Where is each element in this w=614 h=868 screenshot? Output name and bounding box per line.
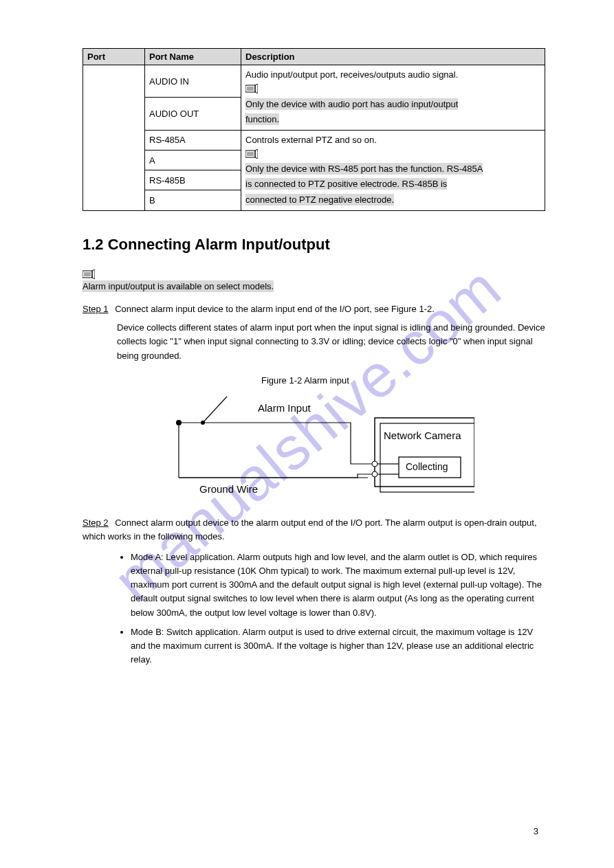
rs485-note-hl3: connected to PTZ negative electrode. [245, 194, 394, 205]
audio-note-hl2: function. [245, 113, 279, 125]
cell-audio-desc: Audio input/output port, receives/output… [241, 65, 545, 131]
section-number: 1.2 [83, 236, 104, 253]
step1-text: Connect alarm input device to the alarm … [115, 304, 435, 314]
note-icon [245, 84, 258, 93]
page-content: Port Port Name Description AUDIO IN Audi… [0, 0, 614, 694]
section-heading: 1.2 Connecting Alarm Input/output [83, 236, 545, 254]
audio-desc-line1: Audio input/output port, receives/output… [245, 69, 458, 80]
table-row: AUDIO IN Audio input/output port, receiv… [83, 65, 545, 98]
cell-rs485b: RS-485B [145, 170, 241, 190]
bullet-mode-b: Mode B: Switch application. Alarm output… [131, 625, 545, 667]
rs485-note-hl2: is connected to PTZ positive electrode. … [245, 178, 447, 190]
step2-text: Connect alarm output device to the alarm… [83, 518, 537, 542]
spec-table: Port Port Name Description AUDIO IN Audi… [83, 48, 545, 211]
svg-point-25 [372, 461, 377, 467]
label-network-camera: Network Camera [384, 430, 461, 441]
note-section-text: Alarm input/output is available on selec… [83, 280, 274, 292]
rs485-note-hl1: Only the device with RS-485 port has the… [245, 163, 483, 175]
note-icon [245, 149, 258, 159]
cell-port-empty [83, 65, 145, 211]
step1-paragraph: Device collects different states of alar… [117, 321, 545, 362]
svg-rect-22 [375, 418, 474, 487]
note-icon [83, 269, 95, 279]
th-port-name: Port Name [145, 49, 241, 65]
svg-line-12 [203, 397, 227, 423]
cell-audio-in: AUDIO IN [145, 65, 241, 98]
note-block: Alarm input/output is available on selec… [83, 269, 545, 295]
table-row: RS-485A Controls external PTZ and so on.… [83, 130, 545, 150]
bullet-mode-a: Mode A: Level application. Alarm outputs… [131, 550, 545, 620]
rs485-desc-line1: Controls external PTZ and so on. [245, 135, 377, 145]
audio-note-hl1: Only the device with audio port has audi… [245, 98, 458, 110]
section-title: Connecting Alarm Input/output [108, 236, 330, 253]
page-number: 3 [534, 826, 538, 836]
cell-rs485-desc: Controls external PTZ and so on. Only th… [241, 130, 545, 210]
svg-point-26 [372, 471, 377, 477]
step1-label: Step 1 [83, 304, 109, 314]
th-port: Port [83, 49, 145, 65]
alarm-input-diagram: Alarm Input Ground Wire Network Camera C… [144, 395, 474, 505]
step2-label: Step 2 [83, 518, 109, 528]
cell-b: B [145, 190, 241, 210]
figure-caption-1: Figure 1-2 Alarm input [261, 375, 545, 386]
cell-a: A [145, 151, 241, 170]
table-header-row: Port Port Name Description [83, 49, 545, 65]
label-alarm-input: Alarm Input [258, 402, 311, 414]
cell-rs485a: RS-485A [145, 130, 241, 150]
cell-audio-out: AUDIO OUT [145, 98, 241, 130]
label-ground-wire: Ground Wire [199, 483, 258, 495]
th-description: Description [241, 49, 545, 65]
label-collecting: Collecting [406, 461, 448, 472]
